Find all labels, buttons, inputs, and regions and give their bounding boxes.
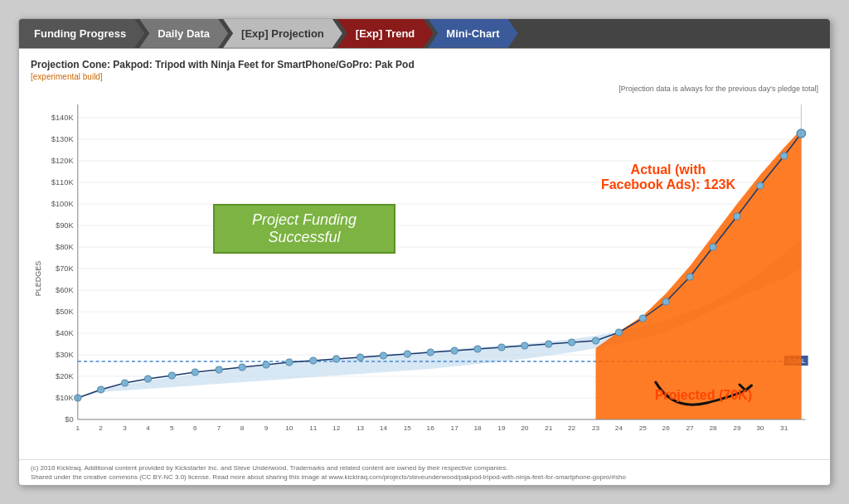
svg-point-39	[144, 376, 151, 382]
svg-text:$0: $0	[65, 415, 73, 424]
actual-label: Actual (withFacebook Ads): 123K	[601, 162, 735, 192]
svg-point-51	[427, 349, 434, 356]
svg-text:11: 11	[309, 424, 318, 432]
svg-point-48	[357, 354, 363, 361]
svg-point-58	[592, 337, 599, 344]
svg-text:$140K: $140K	[51, 114, 74, 122]
chart-note: [Projection data is always for the previ…	[31, 85, 818, 93]
svg-text:25: 25	[639, 424, 648, 432]
svg-text:$70K: $70K	[56, 264, 74, 273]
svg-text:13: 13	[357, 424, 365, 432]
svg-point-49	[380, 352, 386, 359]
chart-container: Projection Cone: Pakpod: Tripod with Nin…	[19, 49, 830, 459]
svg-text:29: 29	[733, 424, 741, 432]
svg-point-52	[451, 347, 458, 354]
svg-text:9: 9	[264, 424, 269, 432]
app-container: Funding Progress Daily Data [Exp] Projec…	[18, 18, 831, 486]
tab-exp-projection[interactable]: [Exp] Projection	[223, 19, 342, 48]
svg-point-62	[686, 274, 693, 280]
svg-text:15: 15	[404, 424, 412, 432]
svg-point-41	[192, 369, 198, 376]
svg-point-43	[239, 364, 245, 371]
svg-point-45	[286, 359, 293, 366]
svg-text:7: 7	[217, 424, 221, 432]
svg-text:20: 20	[521, 424, 529, 432]
svg-point-60	[639, 315, 646, 322]
tab-mini-chart[interactable]: Mini-Chart	[428, 19, 517, 48]
svg-text:19: 19	[497, 424, 506, 432]
svg-text:26: 26	[662, 424, 671, 432]
svg-text:3: 3	[123, 424, 127, 432]
svg-text:31: 31	[780, 424, 788, 432]
svg-text:2: 2	[99, 424, 103, 432]
svg-text:30: 30	[756, 424, 764, 432]
svg-text:$80K: $80K	[56, 243, 74, 251]
svg-point-65	[757, 182, 764, 189]
svg-point-47	[333, 356, 340, 362]
svg-text:14: 14	[380, 424, 388, 432]
svg-point-56	[546, 341, 552, 347]
svg-text:$40K: $40K	[56, 329, 74, 337]
svg-text:PLEDGES: PLEDGES	[34, 261, 42, 296]
svg-point-54	[498, 344, 505, 351]
svg-text:6: 6	[193, 424, 197, 432]
svg-text:$50K: $50K	[56, 308, 74, 316]
chart-area: Project Funding Successful Actual (withF…	[31, 96, 818, 453]
projected-label: Projected (70K)	[655, 388, 752, 403]
svg-point-42	[216, 366, 222, 373]
svg-text:$110K: $110K	[51, 178, 74, 187]
svg-point-46	[310, 357, 317, 364]
tab-funding-progress[interactable]: Funding Progress	[19, 19, 144, 48]
svg-text:$20K: $20K	[56, 372, 74, 380]
svg-point-63	[710, 244, 716, 250]
svg-text:$90K: $90K	[56, 221, 74, 230]
svg-text:$60K: $60K	[56, 286, 74, 294]
svg-text:16: 16	[427, 424, 435, 432]
svg-text:17: 17	[451, 424, 459, 432]
svg-text:1: 1	[75, 424, 80, 432]
svg-point-66	[781, 153, 788, 159]
svg-text:21: 21	[545, 424, 553, 432]
svg-point-40	[168, 372, 175, 379]
success-text: Project Funding Successful	[215, 211, 394, 246]
svg-text:4: 4	[146, 424, 150, 432]
svg-text:8: 8	[240, 424, 245, 432]
success-banner: Project Funding Successful	[213, 204, 395, 254]
svg-point-50	[404, 351, 410, 357]
svg-text:$10K: $10K	[56, 394, 74, 402]
svg-point-55	[522, 342, 528, 349]
svg-point-61	[662, 298, 669, 305]
svg-point-37	[98, 386, 104, 393]
tab-exp-trend[interactable]: [Exp] Trend	[337, 19, 434, 48]
footer-line2: Shared under the creative commons (CC BY…	[31, 472, 827, 482]
svg-point-64	[734, 213, 740, 220]
svg-text:$120K: $120K	[51, 157, 74, 165]
svg-text:$30K: $30K	[56, 351, 74, 359]
svg-text:10: 10	[285, 424, 294, 432]
tab-bar: Funding Progress Daily Data [Exp] Projec…	[19, 19, 830, 49]
svg-text:5: 5	[170, 424, 174, 432]
svg-text:28: 28	[709, 424, 717, 432]
svg-text:$100K: $100K	[51, 200, 74, 208]
svg-text:18: 18	[473, 424, 482, 432]
tab-daily-data[interactable]: Daily Data	[139, 19, 228, 48]
svg-text:23: 23	[592, 424, 600, 432]
footer-text: (c) 2016 Kicktraq. Additional content pr…	[19, 459, 830, 485]
chart-title: Projection Cone: Pakpod: Tripod with Nin…	[31, 59, 818, 70]
svg-text:24: 24	[615, 424, 623, 432]
svg-text:22: 22	[568, 424, 576, 432]
svg-point-44	[263, 361, 269, 368]
svg-text:12: 12	[332, 424, 341, 432]
svg-text:27: 27	[686, 424, 695, 432]
svg-point-53	[474, 346, 481, 352]
chart-subtitle: [experimental build]	[31, 72, 818, 81]
svg-point-57	[568, 339, 575, 346]
svg-text:$130K: $130K	[51, 135, 74, 143]
footer-line1: (c) 2016 Kicktraq. Additional content pr…	[31, 463, 827, 472]
svg-point-59	[615, 329, 622, 336]
svg-point-38	[121, 380, 128, 386]
